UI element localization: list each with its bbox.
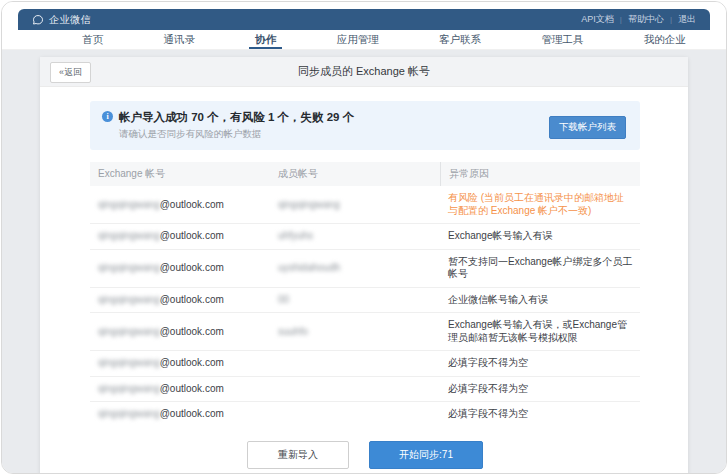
summary-subline: 请确认是否同步有风险的帐户数据 — [119, 128, 354, 141]
reimport-button[interactable]: 重新导入 — [247, 441, 349, 469]
redacted-account-name: qingqingwang — [98, 294, 160, 305]
member-account-cell: uhfyuhs — [270, 224, 440, 249]
download-account-list-button[interactable]: 下载帐户列表 — [549, 116, 626, 139]
exchange-account-cell: qingqingwang@outlook.com — [90, 193, 270, 218]
member-account-cell: uyshidahoudh — [270, 256, 440, 281]
link-separator: | — [620, 15, 622, 24]
table-row: qingqingwang@outlook.com必填字段不得为空 — [90, 402, 640, 427]
column-header-member-account: 成员帐号 — [270, 162, 440, 186]
nav-tab-0[interactable]: 首页 — [74, 30, 111, 49]
table-row: qingqingwang@outlook.comqingqingwang有风险 … — [90, 186, 640, 224]
nav-tab-6[interactable]: 我的企业 — [636, 30, 694, 49]
account-domain: @outlook.com — [160, 199, 224, 210]
table-row: qingqingwang@outlook.com必填字段不得为空 — [90, 377, 640, 403]
brand-label: 企业微信 — [49, 13, 91, 27]
nav-tab-1[interactable]: 通讯录 — [156, 30, 204, 49]
error-reason-cell: 暂不支持同一Exchange帐户绑定多个员工帐号 — [440, 250, 640, 287]
table-row: qingqingwang@outlook.comuyshidahoudh暂不支持… — [90, 250, 640, 288]
import-summary-box: i 帐户导入成功 70 个，有风险 1 个，失败 29 个 请确认是否同步有风险… — [90, 101, 640, 150]
column-header-error-reason: 异常原因 — [440, 162, 640, 186]
error-reason-cell: 必填字段不得为空 — [440, 377, 640, 402]
nav-tab-4[interactable]: 客户联系 — [431, 30, 489, 49]
account-domain: @outlook.com — [160, 294, 224, 305]
main-nav: 首页通讯录协作应用管理客户联系管理工具我的企业 — [2, 30, 726, 50]
member-account-cell — [270, 383, 440, 395]
redacted-account-name: qingqingwang — [98, 262, 160, 273]
error-reason-cell: 必填字段不得为空 — [440, 351, 640, 376]
api-docs-link[interactable]: API文档 — [581, 13, 614, 26]
nav-tab-2[interactable]: 协作 — [247, 30, 284, 49]
redacted-member-name: uyshidahoudh — [278, 262, 340, 273]
exchange-account-cell: qingqingwang@outlook.com — [90, 320, 270, 345]
nav-tab-5[interactable]: 管理工具 — [533, 30, 591, 49]
card-header: «返回 同步成员的 Exchange 帐号 — [40, 57, 688, 87]
redacted-account-name: qingqingwang — [98, 326, 160, 337]
table-header-row: Exchange 帐号 成员帐号 异常原因 — [90, 162, 640, 186]
error-reason-cell: Exchange帐号输入有误，或Exchange管理员邮箱暂无该帐号模拟权限 — [440, 313, 640, 350]
topbar: 企业微信 API文档 | 帮助中心 | 退出 — [18, 9, 710, 30]
summary-text-group: i 帐户导入成功 70 个，有风险 1 个，失败 29 个 请确认是否同步有风险… — [102, 110, 354, 141]
table-row: qingqingwang@outlook.comuhfyuhsExchange帐… — [90, 224, 640, 250]
card-body: i 帐户导入成功 70 个，有风险 1 个，失败 29 个 请确认是否同步有风险… — [40, 87, 688, 473]
account-domain: @outlook.com — [160, 326, 224, 337]
table-row: qingqingwang@outlook.com00企业微信帐号输入有误 — [90, 288, 640, 314]
redacted-member-name: suuhfo — [278, 326, 308, 337]
redacted-account-name: qingqingwang — [98, 357, 160, 368]
exchange-account-cell: qingqingwang@outlook.com — [90, 256, 270, 281]
error-reason-cell: Exchange帐号输入有误 — [440, 224, 640, 249]
exchange-account-cell: qingqingwang@outlook.com — [90, 224, 270, 249]
error-reason-cell: 必填字段不得为空 — [440, 402, 640, 427]
redacted-member-name: 00 — [278, 294, 289, 305]
help-center-link[interactable]: 帮助中心 — [628, 13, 664, 26]
chat-bubble-icon — [32, 14, 44, 26]
account-domain: @outlook.com — [160, 357, 224, 368]
link-separator: | — [670, 15, 672, 24]
member-account-cell: 00 — [270, 288, 440, 313]
member-account-cell: qingqingwang — [270, 193, 440, 218]
account-domain: @outlook.com — [160, 262, 224, 273]
exchange-account-cell: qingqingwang@outlook.com — [90, 377, 270, 402]
redacted-account-name: qingqingwang — [98, 408, 160, 419]
topbar-links: API文档 | 帮助中心 | 退出 — [581, 13, 696, 26]
error-reason-cell: 有风险 (当前员工在通讯录中的邮箱地址与配置的 Exchange 帐户不一致) — [440, 186, 640, 223]
redacted-account-name: qingqingwang — [98, 199, 160, 210]
exchange-account-cell: qingqingwang@outlook.com — [90, 402, 270, 427]
table-row: qingqingwang@outlook.comsuuhfoExchange帐号… — [90, 313, 640, 351]
redacted-member-name: qingqingwang — [278, 199, 340, 210]
page-title: 同步成员的 Exchange 帐号 — [298, 64, 430, 79]
account-domain: @outlook.com — [160, 383, 224, 394]
logout-link[interactable]: 退出 — [678, 13, 696, 26]
member-account-cell — [270, 409, 440, 421]
back-button[interactable]: «返回 — [50, 62, 91, 83]
footer-actions: 重新导入 开始同步:71 — [90, 441, 640, 469]
page-background: «返回 同步成员的 Exchange 帐号 i 帐户导入成功 70 个，有风险 … — [2, 50, 726, 473]
redacted-account-name: qingqingwang — [98, 230, 160, 241]
content-card: «返回 同步成员的 Exchange 帐号 i 帐户导入成功 70 个，有风险 … — [40, 57, 688, 473]
start-sync-button[interactable]: 开始同步:71 — [369, 441, 483, 469]
nav-tab-3[interactable]: 应用管理 — [329, 30, 387, 49]
app-window: 企业微信 API文档 | 帮助中心 | 退出 首页通讯录协作应用管理客户联系管理… — [1, 1, 727, 474]
table-body: qingqingwang@outlook.comqingqingwang有风险 … — [90, 186, 640, 427]
error-reason-cell: 企业微信帐号输入有误 — [440, 288, 640, 313]
exchange-account-cell: qingqingwang@outlook.com — [90, 351, 270, 376]
sync-result-table: Exchange 帐号 成员帐号 异常原因 qingqingwang@outlo… — [90, 162, 640, 427]
brand: 企业微信 — [32, 13, 91, 27]
exchange-account-cell: qingqingwang@outlook.com — [90, 288, 270, 313]
column-header-exchange-account: Exchange 帐号 — [90, 162, 270, 186]
topbar-wrap: 企业微信 API文档 | 帮助中心 | 退出 — [2, 2, 726, 30]
account-domain: @outlook.com — [160, 230, 224, 241]
info-circle-icon: i — [102, 111, 113, 122]
redacted-account-name: qingqingwang — [98, 383, 160, 394]
member-account-cell — [270, 358, 440, 370]
account-domain: @outlook.com — [160, 408, 224, 419]
table-row: qingqingwang@outlook.com必填字段不得为空 — [90, 351, 640, 377]
member-account-cell: suuhfo — [270, 320, 440, 345]
summary-headline: 帐户导入成功 70 个，有风险 1 个，失败 29 个 — [119, 110, 354, 124]
redacted-member-name: uhfyuhs — [278, 230, 313, 241]
